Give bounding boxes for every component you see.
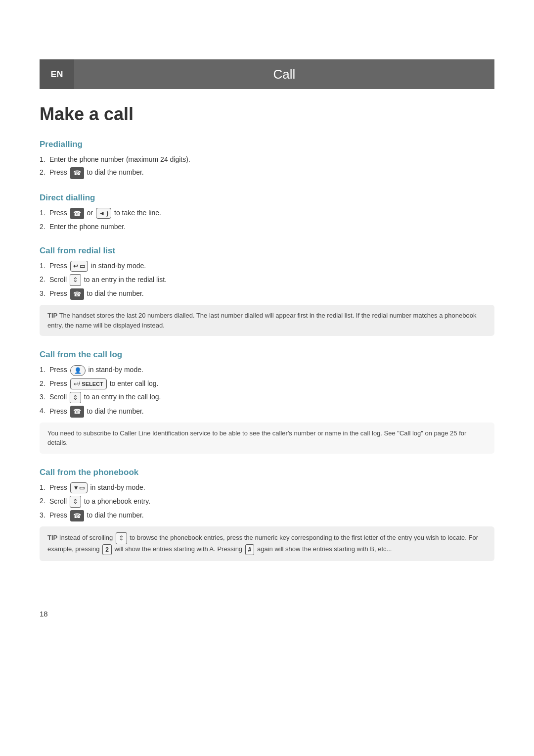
tip-box-phonebook: TIP Instead of scrolling ⇕ to browse the… — [40, 526, 494, 561]
section-predialling: Predialling 1. Enter the phone number (m… — [40, 140, 494, 179]
step-num: 1. — [40, 154, 45, 165]
list-item: 2. Scroll ⇕ to a phonebook entry. — [40, 496, 494, 508]
main-content: Make a call Predialling 1. Enter the pho… — [40, 89, 494, 590]
step-text: Press ↩/ SELECT to enter call log. — [49, 379, 159, 387]
list-item: 3. Press ☎ to dial the number. — [40, 288, 494, 300]
section-redial: Call from redial list 1. Press ↩ ▭ in st… — [40, 246, 494, 336]
step-text: Scroll ⇕ to an entry in the call log. — [49, 393, 161, 401]
step-text: Press ↩ ▭ in stand-by mode. — [49, 262, 146, 270]
list-item: 1. Press 👤 in stand-by mode. — [40, 365, 494, 376]
section-title-redial: Call from redial list — [40, 246, 494, 256]
section-title-phonebook: Call from the phonebook — [40, 468, 494, 477]
step-num: 2. — [40, 274, 45, 284]
header: EN Call — [40, 59, 494, 89]
section-call-log: Call from the call log 1. Press 👤 in sta… — [40, 350, 494, 454]
list-item: 3. Press ☎ to dial the number. — [40, 510, 494, 522]
scroll-icon-inline: ⇕ — [116, 532, 127, 544]
list-item: 2. Enter the phone number. — [40, 222, 494, 232]
step-text: Enter the phone number (maximum 24 digit… — [49, 155, 190, 163]
list-item: 2. Press ↩/ SELECT to enter call log. — [40, 378, 494, 389]
step-num: 3. — [40, 288, 45, 299]
step-num: 2. — [40, 222, 45, 232]
step-text: Press ☎ to dial the number. — [49, 289, 144, 297]
section-title-predialling: Predialling — [40, 140, 494, 149]
step-num: 3. — [40, 510, 45, 520]
step-num: 2. — [40, 378, 45, 389]
step-num: 1. — [40, 261, 45, 271]
tip-text: The handset stores the last 20 numbers d… — [47, 312, 476, 329]
section-direct-dialling: Direct dialling 1. Press ☎ or ◄ ) to tak… — [40, 193, 494, 233]
page-number: 18 — [40, 610, 494, 618]
tip-text: Instead of scrolling ⇕ to browse the pho… — [47, 534, 478, 553]
step-num: 1. — [40, 482, 45, 493]
list-item: 3. Scroll ⇕ to an entry in the call log. — [40, 392, 494, 404]
step-text: Press ☎ to dial the number. — [49, 168, 144, 176]
direct-dialling-steps: 1. Press ☎ or ◄ ) to take the line. 2. E… — [40, 208, 494, 233]
list-item: 4. Press ☎ to dial the number. — [40, 406, 494, 418]
list-item: 1. Enter the phone number (maximum 24 di… — [40, 154, 494, 165]
header-title-bar: Call — [74, 59, 494, 89]
note-box-call-log: You need to subscribe to Caller Line Ide… — [40, 423, 494, 454]
tip-box-redial: TIP The handset stores the last 20 numbe… — [40, 305, 494, 336]
select-button-icon: ↩/ SELECT — [70, 378, 107, 389]
step-text: Press ▼▭ in stand-by mode. — [49, 483, 145, 491]
step-num: 1. — [40, 365, 45, 375]
phonebook-steps: 1. Press ▼▭ in stand-by mode. 2. Scroll … — [40, 482, 494, 521]
redial-steps: 1. Press ↩ ▭ in stand-by mode. 2. Scroll… — [40, 261, 494, 300]
phone-icon: ☎ — [70, 208, 84, 220]
step-text: Press ☎ to dial the number. — [49, 407, 144, 415]
step-num: 1. — [40, 208, 45, 218]
page: EN Call Make a call Predialling 1. Enter… — [0, 59, 534, 756]
section-title-direct-dialling: Direct dialling — [40, 193, 494, 203]
section-phonebook: Call from the phonebook 1. Press ▼▭ in s… — [40, 468, 494, 561]
key-hash-icon: # — [245, 544, 255, 555]
phone-icon: ☎ — [70, 510, 84, 522]
phone-icon: ☎ — [70, 167, 84, 179]
step-text: Scroll ⇕ to an entry in the redial list. — [49, 276, 167, 284]
lang-label: EN — [50, 69, 63, 80]
step-text: Scroll ⇕ to a phonebook entry. — [49, 497, 150, 505]
step-num: 3. — [40, 392, 45, 402]
phone-icon2: ◄ ) — [96, 208, 111, 219]
step-text: Enter the phone number. — [49, 223, 126, 231]
step-text: Press 👤 in stand-by mode. — [49, 366, 143, 374]
header-title: Call — [273, 67, 296, 82]
scroll-icon: ⇕ — [70, 274, 81, 286]
list-item: 2. Press ☎ to dial the number. — [40, 167, 494, 179]
page-title: Make a call — [40, 104, 494, 125]
step-num: 4. — [40, 406, 45, 416]
redial-icon: ↩ ▭ — [70, 261, 88, 272]
lang-badge: EN — [40, 59, 74, 89]
key-2-icon: 2 — [102, 544, 112, 555]
step-text: Press ☎ or ◄ ) to take the line. — [49, 209, 161, 217]
tip-label: TIP — [47, 312, 57, 319]
call-log-steps: 1. Press 👤 in stand-by mode. 2. Press ↩/… — [40, 365, 494, 418]
phone-icon: ☎ — [70, 288, 84, 300]
list-item: 1. Press ↩ ▭ in stand-by mode. — [40, 261, 494, 272]
list-item: 1. Press ▼▭ in stand-by mode. — [40, 482, 494, 493]
predialling-steps: 1. Enter the phone number (maximum 24 di… — [40, 154, 494, 179]
step-text: Press ☎ to dial the number. — [49, 511, 144, 519]
scroll-icon: ⇕ — [70, 392, 81, 404]
list-item: 2. Scroll ⇕ to an entry in the redial li… — [40, 274, 494, 286]
section-title-call-log: Call from the call log — [40, 350, 494, 360]
contacts-icon: 👤 — [70, 365, 86, 376]
note-text: You need to subscribe to Caller Line Ide… — [47, 429, 466, 447]
phonebook-icon: ▼▭ — [70, 482, 88, 493]
tip-label: TIP — [47, 534, 57, 541]
step-num: 2. — [40, 496, 45, 506]
list-item: 1. Press ☎ or ◄ ) to take the line. — [40, 208, 494, 220]
phone-icon: ☎ — [70, 406, 84, 418]
scroll-icon: ⇕ — [70, 496, 81, 508]
step-num: 2. — [40, 167, 45, 178]
